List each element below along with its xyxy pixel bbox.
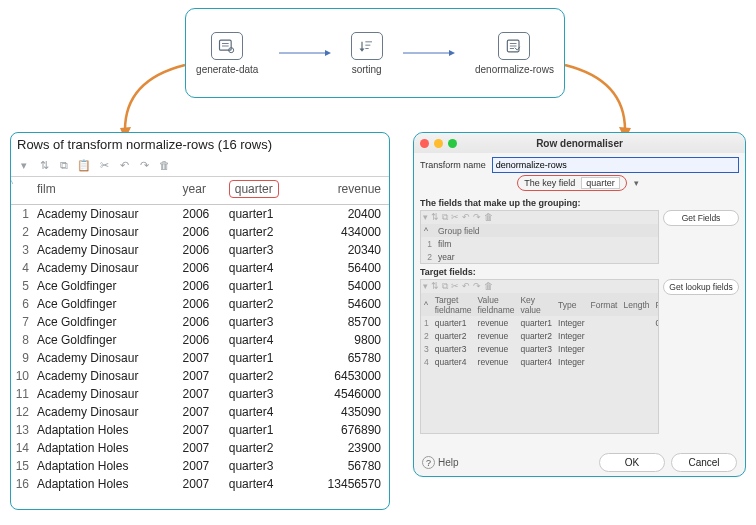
table-row[interactable]: 12 Academy Dinosaur 2007 quarter4 435090: [11, 403, 389, 421]
cell-revenue: 676890: [302, 421, 389, 439]
target-row[interactable]: 3 quarter3 revenue quarter3 Integer: [421, 342, 659, 355]
cell-quarter: quarter1: [225, 205, 302, 224]
cell-year: 2006: [179, 241, 225, 259]
cell-film: Ace Goldfinger: [33, 313, 179, 331]
th-format[interactable]: Format: [588, 293, 621, 316]
table-row[interactable]: 5 Ace Goldfinger 2006 quarter1 54000: [11, 277, 389, 295]
table-row[interactable]: 13 Adaptation Holes 2007 quarter1 676890: [11, 421, 389, 439]
group-row[interactable]: 2year: [421, 250, 658, 263]
cell-film: Adaptation Holes: [33, 475, 179, 493]
cell-quarter: quarter4: [225, 403, 302, 421]
filter-icon[interactable]: ▾: [423, 212, 428, 223]
delete-icon[interactable]: 🗑: [155, 156, 173, 174]
grouping-grid[interactable]: ▾⇅⧉✂↶↷🗑 ^Group field 1film2year: [420, 210, 659, 264]
group-field-header[interactable]: Group field: [435, 224, 658, 237]
table-row[interactable]: 7 Ace Goldfinger 2006 quarter3 85700: [11, 313, 389, 331]
filter-icon[interactable]: ▾: [15, 156, 33, 174]
target-row[interactable]: 4 quarter4 revenue quarter4 Integer: [421, 355, 659, 368]
dialog-titlebar: Row denormaliser: [414, 133, 745, 153]
cell-revenue: 13456570: [302, 475, 389, 493]
th-target-fieldname[interactable]: Target fieldname: [432, 293, 475, 316]
grouping-section-label: The fields that make up the grouping:: [420, 198, 739, 208]
undo-icon[interactable]: ↶: [115, 156, 133, 174]
table-row[interactable]: 2 Academy Dinosaur 2006 quarter2 434000: [11, 223, 389, 241]
transform-name-input[interactable]: [492, 157, 739, 173]
key-field-value[interactable]: quarter: [581, 177, 620, 189]
cell-film: Ace Goldfinger: [33, 295, 179, 313]
cell-revenue: 56780: [302, 457, 389, 475]
get-fields-button[interactable]: Get Fields: [663, 210, 739, 226]
th-value-fieldname[interactable]: Value fieldname: [475, 293, 518, 316]
cut-icon[interactable]: ✂: [95, 156, 113, 174]
filter-icon[interactable]: ▾: [423, 281, 428, 292]
table-row[interactable]: 15 Adaptation Holes 2007 quarter3 56780: [11, 457, 389, 475]
table-row[interactable]: 3 Academy Dinosaur 2006 quarter3 20340: [11, 241, 389, 259]
pipeline-node-generate-data[interactable]: generate-data: [196, 32, 258, 75]
highlight-key-field: The key field quarter: [517, 175, 627, 191]
cell-year: 2007: [179, 457, 225, 475]
zoom-icon[interactable]: [448, 139, 457, 148]
cell-film: Ace Goldfinger: [33, 331, 179, 349]
cell-quarter: quarter3: [225, 457, 302, 475]
th-type[interactable]: Type: [555, 293, 587, 316]
table-row[interactable]: 1 Academy Dinosaur 2006 quarter1 20400: [11, 205, 389, 224]
table-row[interactable]: 11 Academy Dinosaur 2007 quarter3 454600…: [11, 385, 389, 403]
chevron-down-icon[interactable]: ▾: [631, 178, 642, 188]
copy-icon[interactable]: ⧉: [55, 156, 73, 174]
paste-icon[interactable]: 📋: [75, 156, 93, 174]
cell-revenue: 20400: [302, 205, 389, 224]
row-number: 1: [11, 205, 33, 224]
help-link[interactable]: ? Help: [422, 456, 459, 469]
cell-film: Academy Dinosaur: [33, 367, 179, 385]
table-row[interactable]: 9 Academy Dinosaur 2007 quarter1 65780: [11, 349, 389, 367]
svg-marker-7: [359, 48, 364, 51]
node-label: sorting: [352, 64, 382, 75]
ok-button[interactable]: OK: [599, 453, 665, 472]
minimize-icon[interactable]: [434, 139, 443, 148]
cell-year: 2007: [179, 367, 225, 385]
cell-quarter: quarter1: [225, 421, 302, 439]
cell-quarter: quarter4: [225, 475, 302, 493]
th-precision[interactable]: Precision: [652, 293, 659, 316]
col-revenue[interactable]: revenue: [302, 177, 389, 205]
pipeline-node-sorting[interactable]: sorting: [351, 32, 383, 75]
cell-revenue: 435090: [302, 403, 389, 421]
cell-year: 2007: [179, 403, 225, 421]
cell-year: 2006: [179, 313, 225, 331]
table-row[interactable]: 4 Academy Dinosaur 2006 quarter4 56400: [11, 259, 389, 277]
cell-revenue: 85700: [302, 313, 389, 331]
cell-year: 2006: [179, 295, 225, 313]
cell-film: Adaptation Holes: [33, 457, 179, 475]
row-denormaliser-dialog: Row denormaliser Transform name The key …: [413, 132, 746, 477]
group-row[interactable]: 1film: [421, 237, 658, 250]
target-row[interactable]: 1 quarter1 revenue quarter1 Integer 0: [421, 316, 659, 329]
col-rownum[interactable]: [11, 177, 33, 205]
get-lookup-fields-button[interactable]: Get lookup fields: [663, 279, 739, 295]
cancel-button[interactable]: Cancel: [671, 453, 737, 472]
table-row[interactable]: 8 Ace Goldfinger 2006 quarter4 9800: [11, 331, 389, 349]
col-quarter[interactable]: quarter: [225, 177, 302, 205]
col-film[interactable]: film: [33, 177, 179, 205]
table-row[interactable]: 6 Ace Goldfinger 2006 quarter2 54600: [11, 295, 389, 313]
cell-revenue: 20340: [302, 241, 389, 259]
col-year[interactable]: year: [179, 177, 225, 205]
cell-film: Adaptation Holes: [33, 421, 179, 439]
table-row[interactable]: 10 Academy Dinosaur 2007 quarter2 645300…: [11, 367, 389, 385]
close-icon[interactable]: [420, 139, 429, 148]
cell-quarter: quarter4: [225, 331, 302, 349]
row-number: 13: [11, 421, 33, 439]
cell-year: 2006: [179, 259, 225, 277]
pipeline-node-denormalize-rows[interactable]: denormalize-rows: [475, 32, 554, 75]
cell-film: Academy Dinosaur: [33, 385, 179, 403]
th-length[interactable]: Length: [620, 293, 652, 316]
redo-icon[interactable]: ↷: [135, 156, 153, 174]
cell-year: 2007: [179, 349, 225, 367]
table-row[interactable]: 14 Adaptation Holes 2007 quarter2 23900: [11, 439, 389, 457]
th-key-value[interactable]: Key value: [517, 293, 555, 316]
sort-icon[interactable]: ⇅: [35, 156, 53, 174]
rows-preview-pane: Rows of transform normalize-rows (16 row…: [10, 132, 390, 510]
row-number: 16: [11, 475, 33, 493]
target-row[interactable]: 2 quarter2 revenue quarter2 Integer: [421, 329, 659, 342]
target-fields-grid[interactable]: ▾⇅⧉✂↶↷🗑 ^ Target fieldname Value fieldna…: [420, 279, 659, 434]
table-row[interactable]: 16 Adaptation Holes 2007 quarter4 134565…: [11, 475, 389, 493]
